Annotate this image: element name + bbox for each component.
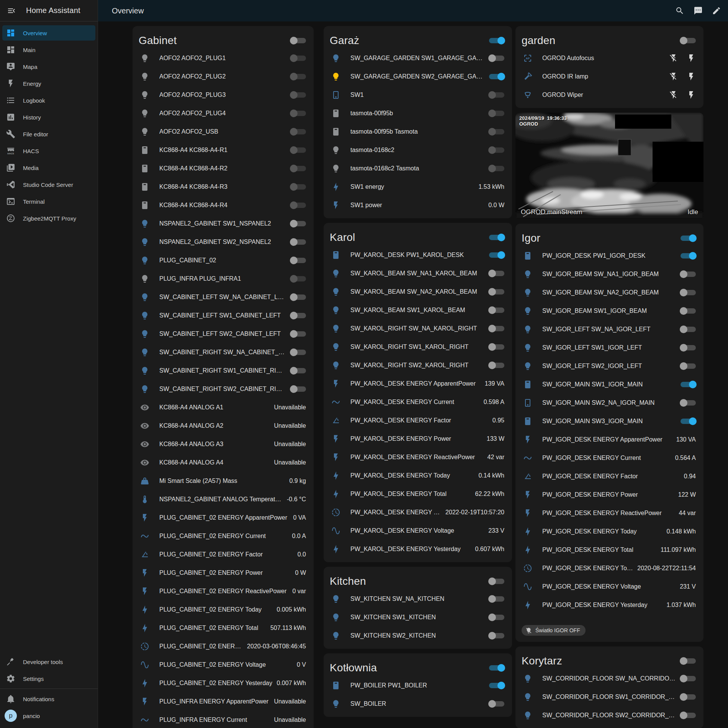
entity-toggle[interactable] <box>489 111 504 116</box>
entity-row[interactable]: tasmota-00f95b Tasmota <box>324 123 512 141</box>
edit-dashboard-icon[interactable] <box>707 2 726 20</box>
entity-row[interactable]: PLUG_INFRA PLUG_INFRA1 <box>133 270 314 288</box>
entity-row[interactable]: PW_KAROL_DESK ENERGY Today0.14 kWh <box>324 466 512 485</box>
entity-toggle[interactable] <box>489 129 504 134</box>
entity-toggle[interactable] <box>489 166 504 171</box>
entity-row[interactable]: SW_CABINET_RIGHT SW_NA_CABINET_RIGHT <box>133 343 314 362</box>
entity-toggle[interactable] <box>291 239 306 245</box>
entity-toggle[interactable] <box>681 236 696 241</box>
entity-row[interactable]: SW_IGOR_LEFT SW1_IGOR_LEFT <box>515 339 703 357</box>
entity-toggle[interactable] <box>681 272 696 277</box>
entity-row[interactable]: PLUG_CABINET_02 ENERGY ReactivePower0 va… <box>133 582 314 600</box>
entity-row[interactable]: PLUG_CABINET_02 ENERGY Power0 W <box>133 564 314 582</box>
entity-toggle[interactable] <box>489 308 504 313</box>
entity-row[interactable]: SW_KAROL_RIGHT SW2_KAROL_RIGHT <box>324 356 512 375</box>
entity-row[interactable]: Mi Smart Scale (2A57) Mass0.9 kg <box>133 472 314 490</box>
sidebar-item-zigbee2mqtt-proxy[interactable]: Zigbee2MQTT Proxy <box>2 211 95 226</box>
entity-toggle[interactable] <box>489 683 504 688</box>
flash-icon[interactable] <box>687 72 696 81</box>
entity-toggle[interactable] <box>291 313 306 318</box>
entity-toggle[interactable] <box>291 331 306 337</box>
entity-row[interactable]: SW1 power0.0 W <box>324 196 512 214</box>
entity-row[interactable]: PLUG_CABINET_02 ENERGY Yesterday0.007 kW… <box>133 674 314 692</box>
entity-row[interactable]: PW_IGOR_DESK ENERGY ApparentPower130 VA <box>515 430 703 449</box>
entity-toggle[interactable] <box>489 38 504 43</box>
entity-toggle[interactable] <box>489 271 504 276</box>
sidebar-item-media[interactable]: Media <box>2 160 95 175</box>
entity-row[interactable]: SW_CORRIDOR_FLOOR SW2_CORRIDOR_FLOOR <box>515 706 703 725</box>
entity-row[interactable]: SW_CABINET_LEFT SW1_CABINET_LEFT <box>133 306 314 325</box>
entity-row[interactable]: SW_KAROL_BEAM SW1_KAROL_BEAM <box>324 301 512 319</box>
entity-row[interactable]: SW_CABINET_RIGHT SW2_CABINET_RIGHT <box>133 380 314 398</box>
entity-row[interactable]: KC868-A4 ANALOG A4Unavailable <box>133 453 314 472</box>
entity-row[interactable]: SW_CORRIDOR_FLOOR SW1_CORRIDOR_FLOOR <box>515 688 703 706</box>
entity-toggle[interactable] <box>291 111 306 116</box>
entity-toggle[interactable] <box>489 579 504 584</box>
entity-toggle[interactable] <box>291 368 306 373</box>
entity-row[interactable]: PLUG_CABINET_02 <box>133 251 314 270</box>
sidebar-item-developer-tools[interactable]: Developer tools <box>2 654 95 669</box>
entity-toggle[interactable] <box>291 74 306 79</box>
entity-toggle[interactable] <box>681 400 696 406</box>
menu-open-icon[interactable] <box>5 5 18 17</box>
entity-row[interactable]: PW_IGOR_DESK ENERGY Total111.097 kWh <box>515 541 703 559</box>
entity-row[interactable]: AFOGROD Autofocus <box>515 49 703 67</box>
entity-row[interactable]: SW_IGOR_LEFT SW_NA_IGOR_LEFT <box>515 320 703 339</box>
entity-row[interactable]: AOFO2 AOFO2_PLUG2 <box>133 67 314 86</box>
entity-row[interactable]: AOFO2 AOFO2_USB <box>133 123 314 141</box>
entity-row[interactable]: PW_BOILER PW1_BOILER <box>324 676 512 695</box>
flash-off-icon[interactable] <box>669 72 678 81</box>
sidebar-item-settings[interactable]: Settings <box>2 671 95 686</box>
entity-row[interactable]: SW_CABINET_LEFT SW_NA_CABINET_LEFT <box>133 288 314 306</box>
entity-row[interactable]: tasmota-0168c2 <box>324 141 512 159</box>
entity-row[interactable]: SW_KAROL_BEAM SW_NA1_KAROL_BEAM <box>324 264 512 283</box>
entity-toggle[interactable] <box>681 363 696 369</box>
entity-row[interactable]: SW_IGOR_BEAM SW_NA2_IGOR_BEAM <box>515 283 703 302</box>
entity-row[interactable]: PW_IGOR_DESK ENERGY TotalStartTime2020-0… <box>515 559 703 577</box>
entity-row[interactable]: PLUG_CABINET_02 ENERGY ApparentPower0 VA <box>133 509 314 527</box>
entity-row[interactable]: PW_KAROL_DESK ENERGY Power133 W <box>324 430 512 448</box>
sidebar-item-studio-code-server[interactable]: Studio Code Server <box>2 177 95 192</box>
entity-row[interactable]: SW_KAROL_RIGHT SW1_KAROL_RIGHT <box>324 338 512 356</box>
entity-toggle[interactable] <box>681 253 696 258</box>
entity-row[interactable]: PLUG_CABINET_02 ENERGY TotalStartT...202… <box>133 637 314 656</box>
entity-toggle[interactable] <box>291 184 306 190</box>
entity-toggle[interactable] <box>681 290 696 295</box>
entity-row[interactable]: AOFO2 AOFO2_PLUG1 <box>133 49 314 67</box>
entity-row[interactable]: SW_KAROL_BEAM SW_NA2_KAROL_BEAM <box>324 283 512 301</box>
entity-row[interactable]: PLUG_CABINET_02 ENERGY Voltage0 V <box>133 656 314 674</box>
entity-row[interactable]: SW1 <box>324 86 512 104</box>
sidebar-item-terminal[interactable]: Terminal <box>2 194 95 209</box>
entity-toggle[interactable] <box>681 658 696 664</box>
entity-row[interactable]: PW_IGOR_DESK ENERGY Today0.148 kWh <box>515 522 703 541</box>
entity-row[interactable]: SW_IGOR_LEFT SW2_IGOR_LEFT <box>515 357 703 375</box>
entity-row[interactable]: SW1 energy1.53 kWh <box>324 178 512 196</box>
entity-row[interactable]: PW_KAROL_DESK ENERGY Factor0.95 <box>324 411 512 430</box>
entity-toggle[interactable] <box>291 147 306 153</box>
entity-row[interactable]: NSPANEL2_GABINET SW2_NSPANEL2 <box>133 233 314 251</box>
entity-row[interactable]: PLUG_CABINET_02 ENERGY Total507.113 kWh <box>133 619 314 637</box>
entity-row[interactable]: NSPANEL2_GABINET ANALOG Temperature1-0.6… <box>133 490 314 509</box>
camera-card-ogrod[interactable]: 2024/09/19 19:36:33 OGRODOGROD mainStrea… <box>515 113 703 219</box>
entity-row[interactable]: PW_KAROL_DESK ENERGY ReactivePower42 var <box>324 448 512 466</box>
entity-row[interactable]: SW_BOILER <box>324 695 512 713</box>
script-chip-swiatlo-igor-off[interactable]: Światło IGOR OFF <box>522 625 586 636</box>
entity-row[interactable]: KC868-A4 KC868-A4-R4 <box>133 196 314 214</box>
entity-toggle[interactable] <box>681 713 696 718</box>
entity-row[interactable]: PLUG_INFRA ENERGY CurrentUnavailable <box>133 711 314 728</box>
entity-row[interactable]: AOFO2 AOFO2_PLUG3 <box>133 86 314 104</box>
entity-toggle[interactable] <box>489 665 504 671</box>
entity-row[interactable]: PW_IGOR_DESK ENERGY Factor0.94 <box>515 467 703 486</box>
entity-row[interactable]: PW_IGOR_DESK ENERGY Voltage231 V <box>515 577 703 596</box>
entity-toggle[interactable] <box>681 382 696 387</box>
entity-toggle[interactable] <box>291 38 306 43</box>
entity-toggle[interactable] <box>489 363 504 368</box>
entity-toggle[interactable] <box>291 221 306 226</box>
entity-toggle[interactable] <box>489 633 504 638</box>
entity-toggle[interactable] <box>489 147 504 153</box>
entity-toggle[interactable] <box>489 615 504 620</box>
entity-row[interactable]: KC868-A4 ANALOG A2Unavailable <box>133 417 314 435</box>
entity-row[interactable]: OGROD Wiper <box>515 86 703 104</box>
entity-toggle[interactable] <box>489 252 504 258</box>
flash-off-icon[interactable] <box>669 90 678 100</box>
